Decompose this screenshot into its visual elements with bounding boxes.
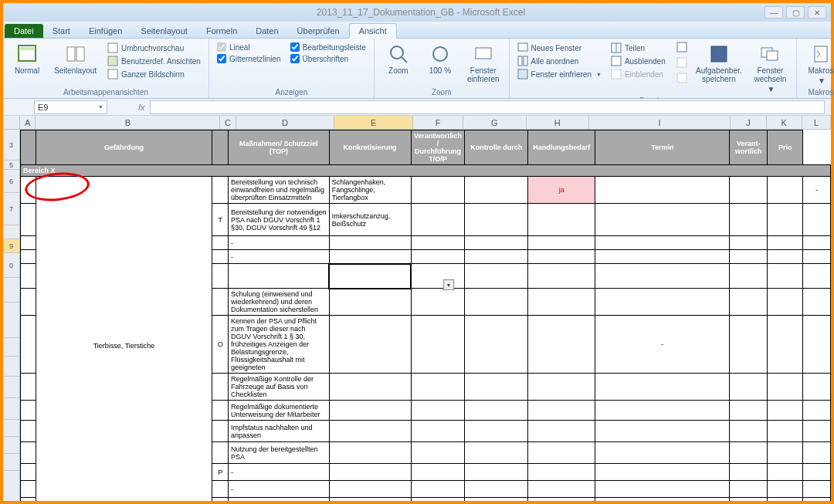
cell[interactable] xyxy=(768,421,803,442)
cell[interactable] xyxy=(803,442,831,464)
cell[interactable] xyxy=(465,464,528,481)
column-header-K[interactable]: K xyxy=(767,116,802,129)
cell[interactable] xyxy=(528,464,595,481)
cell[interactable] xyxy=(465,250,528,264)
minimize-button[interactable]: — xyxy=(764,6,783,19)
headings-checkbox[interactable]: Überschriften xyxy=(289,53,368,64)
cell[interactable] xyxy=(411,401,465,421)
cell[interactable] xyxy=(730,316,768,374)
cell[interactable] xyxy=(21,264,36,289)
cell[interactable] xyxy=(595,264,730,289)
cell[interactable] xyxy=(528,289,595,316)
konkretisierung-cell[interactable] xyxy=(329,250,411,264)
row-header[interactable] xyxy=(3,398,19,420)
cell[interactable] xyxy=(803,316,831,374)
normal-view-button[interactable]: Normal xyxy=(9,42,45,76)
cell[interactable] xyxy=(21,177,36,204)
cell[interactable] xyxy=(465,481,528,498)
cell[interactable] xyxy=(803,421,831,442)
cell[interactable] xyxy=(768,442,803,464)
cell[interactable] xyxy=(730,264,768,289)
cell[interactable] xyxy=(411,316,465,374)
gridlines-checkbox[interactable]: Gitternetzlinien xyxy=(215,53,283,64)
cell[interactable] xyxy=(528,374,595,401)
formula-bar-input[interactable] xyxy=(290,42,300,52)
top-marker-cell[interactable] xyxy=(212,481,229,498)
cell[interactable] xyxy=(465,401,528,421)
formula-bar-checkbox[interactable]: Bearbeitungsleiste xyxy=(289,42,368,52)
tab-ueberpruefen[interactable]: Überprüfen xyxy=(288,24,349,38)
cell[interactable] xyxy=(595,498,730,502)
cell[interactable] xyxy=(595,236,730,250)
file-tab[interactable]: Datei xyxy=(5,24,43,38)
cell[interactable] xyxy=(768,250,803,264)
cell[interactable] xyxy=(595,177,730,204)
column-header-B[interactable]: B xyxy=(36,116,220,129)
cell[interactable] xyxy=(528,498,595,502)
cell[interactable] xyxy=(595,481,730,498)
cell[interactable] xyxy=(21,464,36,481)
column-header-J[interactable]: J xyxy=(731,116,766,129)
konkretisierung-cell[interactable] xyxy=(329,316,411,374)
cell[interactable] xyxy=(465,204,528,236)
gefaehrdung-cell[interactable]: Tierbisse, Tierstiche xyxy=(36,177,212,502)
cell[interactable] xyxy=(21,442,36,464)
cell[interactable] xyxy=(768,481,803,498)
cell[interactable] xyxy=(768,316,803,374)
ruler-input[interactable] xyxy=(217,42,226,52)
measure-cell[interactable]: Regelmäßige Kontrolle der Fahrzeuge auf … xyxy=(229,374,330,401)
row-header[interactable]: 6 xyxy=(3,170,19,193)
measure-cell[interactable]: Bereitstellung der notwendigen PSA nach … xyxy=(229,204,330,236)
cell[interactable] xyxy=(465,421,528,442)
cell[interactable] xyxy=(411,421,465,442)
column-header-D[interactable]: D xyxy=(236,116,335,129)
measure-cell[interactable]: Schulung (einweisend und wiederkehrend) … xyxy=(229,289,330,316)
cell[interactable]: ja xyxy=(528,177,595,204)
cell[interactable] xyxy=(730,289,768,316)
konkretisierung-cell[interactable]: Imkerschutzanzug, Beißschutz xyxy=(329,204,411,236)
cell[interactable] xyxy=(768,177,803,204)
cell[interactable] xyxy=(595,442,730,464)
cell[interactable] xyxy=(768,289,803,316)
new-window-button[interactable]: Neues Fenster xyxy=(516,42,603,54)
konkretisierung-cell[interactable] xyxy=(329,264,411,289)
row-header[interactable] xyxy=(3,377,19,398)
cell[interactable] xyxy=(528,264,595,289)
cell[interactable] xyxy=(21,236,36,250)
row-header[interactable] xyxy=(3,437,19,454)
cell[interactable] xyxy=(803,264,831,289)
cell[interactable] xyxy=(528,250,595,264)
zoom-selection-button[interactable]: Fenster einfrieren xyxy=(464,42,503,85)
page-break-preview-button[interactable]: Umbruchvorschau xyxy=(106,42,202,54)
column-header-G[interactable]: G xyxy=(463,116,526,129)
measure-cell[interactable]: Regelmäßige dokumentierte Unterweisung d… xyxy=(229,401,330,421)
reset-position-icon[interactable] xyxy=(676,73,687,83)
konkretisierung-cell[interactable] xyxy=(329,401,411,421)
top-marker-cell[interactable]: P xyxy=(212,464,229,481)
measure-cell[interactable] xyxy=(229,264,330,289)
cell[interactable] xyxy=(768,236,803,250)
cell[interactable] xyxy=(768,374,803,401)
tab-seitenlayout[interactable]: Seitenlayout xyxy=(131,24,197,38)
cell[interactable] xyxy=(465,289,528,316)
split-button[interactable]: Teilen xyxy=(609,42,667,54)
cell[interactable]: - xyxy=(803,177,831,204)
konkretisierung-cell[interactable] xyxy=(329,289,411,316)
column-header-E[interactable]: E xyxy=(334,116,413,129)
cell[interactable] xyxy=(595,289,730,316)
cell[interactable] xyxy=(803,481,831,498)
cell[interactable] xyxy=(411,177,465,204)
cell[interactable] xyxy=(21,481,36,498)
cell[interactable] xyxy=(803,401,831,421)
cell[interactable] xyxy=(411,289,465,316)
measure-cell[interactable]: Kennen der PSA und Pflicht zum Tragen di… xyxy=(229,316,330,374)
top-marker-cell[interactable]: T xyxy=(212,204,229,236)
measure-cell[interactable]: Bereitstellung von technisch einwandfrei… xyxy=(229,177,330,204)
cell[interactable] xyxy=(730,204,768,236)
cell[interactable] xyxy=(465,236,528,250)
cell[interactable] xyxy=(21,498,36,502)
macros-button[interactable]: Makros▼ xyxy=(803,42,834,86)
cell[interactable] xyxy=(595,250,730,264)
row-header[interactable]: 3 xyxy=(3,130,19,161)
top-marker-cell[interactable] xyxy=(212,401,229,421)
